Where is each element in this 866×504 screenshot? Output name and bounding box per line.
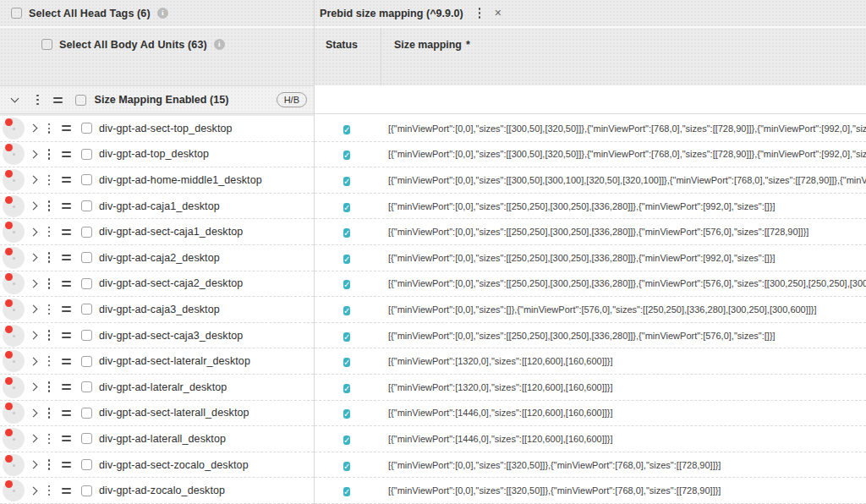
- kebab-menu-icon[interactable]: [48, 252, 51, 263]
- expand-chevron-icon[interactable]: [29, 357, 37, 365]
- expand-chevron-icon[interactable]: [29, 124, 37, 133]
- expand-chevron-icon[interactable]: [29, 331, 37, 340]
- row-select-checkbox[interactable]: [81, 252, 92, 263]
- size-mapping-value[interactable]: [{"minViewPort":[0,0],"sizes":[[250,250]…: [388, 331, 866, 341]
- row-select-checkbox[interactable]: [81, 433, 92, 444]
- drag-handle-icon[interactable]: [62, 281, 71, 287]
- expand-chevron-icon[interactable]: [29, 461, 37, 469]
- drag-handle-icon[interactable]: [62, 332, 71, 338]
- status-checked-checkbox[interactable]: ✓: [343, 332, 350, 342]
- drag-handle-icon[interactable]: [62, 488, 71, 494]
- drag-handle-icon[interactable]: [62, 203, 71, 209]
- kebab-menu-icon[interactable]: [48, 485, 51, 496]
- expand-chevron-icon[interactable]: [29, 435, 37, 443]
- status-checked-checkbox[interactable]: ✓: [343, 462, 350, 471]
- drag-handle-icon[interactable]: [62, 462, 71, 468]
- kebab-menu-icon[interactable]: [36, 95, 39, 106]
- group-select-checkbox[interactable]: [75, 95, 86, 106]
- drag-handle-icon[interactable]: [62, 177, 71, 183]
- kebab-menu-icon[interactable]: [48, 356, 51, 367]
- row-select-checkbox[interactable]: [81, 330, 92, 341]
- expand-chevron-icon[interactable]: [29, 202, 37, 211]
- select-all-head-tags-checkbox[interactable]: [11, 8, 22, 19]
- size-mapping-value[interactable]: [{"minViewPort":[1320,0],"sizes":[[120,6…: [388, 382, 866, 392]
- row-select-checkbox[interactable]: [81, 459, 92, 470]
- row-select-checkbox[interactable]: [81, 356, 92, 367]
- row-select-checkbox[interactable]: [81, 485, 92, 496]
- row-select-checkbox[interactable]: [81, 304, 92, 315]
- expand-chevron-icon[interactable]: [29, 176, 37, 184]
- drag-handle-icon[interactable]: [62, 359, 71, 364]
- drag-handle-icon[interactable]: [62, 410, 71, 416]
- drag-handle-icon[interactable]: [62, 306, 71, 312]
- status-checked-checkbox[interactable]: ✓: [343, 151, 350, 160]
- kebab-menu-icon[interactable]: [48, 278, 51, 289]
- size-mapping-value[interactable]: [{"minViewPort":[0,0],"sizes":[]},{"minV…: [388, 304, 866, 315]
- expand-chevron-icon[interactable]: [29, 150, 37, 158]
- size-mapping-value[interactable]: [{"minViewPort":[1446,0],"sizes":[[120,6…: [388, 408, 866, 418]
- status-checked-checkbox[interactable]: ✓: [343, 177, 350, 186]
- size-mapping-value[interactable]: [{"minViewPort":[1446,0],"sizes":[[120,6…: [388, 434, 866, 444]
- kebab-menu-icon[interactable]: [48, 149, 51, 160]
- status-checked-checkbox[interactable]: ✓: [343, 255, 350, 264]
- size-mapping-value[interactable]: [{"minViewPort":[0,0],"sizes":[[250,250]…: [388, 227, 866, 237]
- status-checked-checkbox[interactable]: ✓: [343, 203, 350, 212]
- drag-handle-icon[interactable]: [62, 384, 71, 390]
- size-mapping-value[interactable]: [{"minViewPort":[0,0],"sizes":[[300,50],…: [388, 175, 866, 185]
- size-mapping-value[interactable]: [{"minViewPort":[0,0],"sizes":[[320,50]]…: [388, 485, 866, 496]
- row-select-checkbox[interactable]: [81, 408, 92, 419]
- info-icon[interactable]: i: [157, 8, 168, 19]
- kebab-menu-icon[interactable]: [48, 459, 51, 470]
- expand-chevron-icon[interactable]: [29, 408, 37, 417]
- size-mapping-value[interactable]: [{"minViewPort":[0,0],"sizes":[[250,250]…: [388, 278, 866, 288]
- kebab-menu-icon[interactable]: [48, 123, 51, 134]
- row-select-checkbox[interactable]: [81, 227, 92, 238]
- size-mapping-value[interactable]: [{"minViewPort":[0,0],"sizes":[[250,250]…: [388, 253, 866, 263]
- select-all-body-ad-units-checkbox[interactable]: [41, 39, 52, 50]
- collapse-chevron-icon[interactable]: [11, 95, 19, 103]
- size-mapping-value[interactable]: [{"minViewPort":[0,0],"sizes":[[300,50],…: [388, 149, 866, 159]
- expand-chevron-icon[interactable]: [29, 305, 37, 314]
- status-checked-checkbox[interactable]: ✓: [343, 306, 350, 315]
- size-mapping-value[interactable]: [{"minViewPort":[0,0],"sizes":[[320,50]]…: [388, 460, 866, 470]
- status-checked-checkbox[interactable]: ✓: [343, 280, 350, 289]
- status-checked-checkbox[interactable]: ✓: [343, 436, 350, 445]
- status-checked-checkbox[interactable]: ✓: [343, 358, 350, 367]
- kebab-menu-icon[interactable]: [48, 330, 51, 341]
- size-mapping-value[interactable]: [{"minViewPort":[1320,0],"sizes":[[120,6…: [388, 356, 866, 366]
- size-mapping-value[interactable]: [{"minViewPort":[0,0],"sizes":[[300,50],…: [388, 123, 866, 134]
- close-icon[interactable]: ✕: [494, 8, 502, 18]
- kebab-menu-icon[interactable]: [48, 175, 51, 186]
- drag-handle-icon[interactable]: [62, 151, 71, 157]
- expand-chevron-icon[interactable]: [29, 279, 37, 288]
- expand-chevron-icon[interactable]: [29, 486, 37, 495]
- drag-handle-icon[interactable]: [62, 255, 71, 260]
- row-select-checkbox[interactable]: [81, 381, 92, 392]
- row-select-checkbox[interactable]: [81, 123, 92, 134]
- kebab-menu-icon[interactable]: [48, 200, 51, 211]
- row-select-checkbox[interactable]: [81, 174, 92, 185]
- size-mapping-value[interactable]: [{"minViewPort":[0,0],"sizes":[[250,250]…: [388, 201, 866, 211]
- kebab-menu-icon[interactable]: [48, 304, 51, 315]
- drag-handle-icon[interactable]: [62, 436, 71, 441]
- drag-handle-icon[interactable]: [62, 229, 71, 235]
- info-icon[interactable]: i: [214, 39, 225, 50]
- kebab-menu-icon[interactable]: [48, 434, 51, 445]
- drag-handle-icon[interactable]: [62, 125, 71, 131]
- expand-chevron-icon[interactable]: [29, 383, 37, 392]
- status-checked-checkbox[interactable]: ✓: [343, 409, 350, 419]
- expand-chevron-icon[interactable]: [29, 227, 37, 236]
- kebab-menu-icon[interactable]: [48, 408, 51, 419]
- expand-chevron-icon[interactable]: [29, 254, 37, 262]
- status-checked-checkbox[interactable]: ✓: [343, 125, 350, 134]
- status-checked-checkbox[interactable]: ✓: [343, 384, 350, 393]
- row-select-checkbox[interactable]: [81, 278, 92, 289]
- status-checked-checkbox[interactable]: ✓: [343, 487, 350, 496]
- drag-handle-icon[interactable]: [53, 97, 63, 103]
- kebab-menu-icon[interactable]: [48, 381, 51, 392]
- kebab-menu-icon[interactable]: [48, 227, 51, 238]
- row-select-checkbox[interactable]: [81, 149, 92, 160]
- hb-badge[interactable]: H/B: [277, 92, 307, 107]
- row-select-checkbox[interactable]: [81, 200, 92, 211]
- status-checked-checkbox[interactable]: ✓: [343, 228, 350, 238]
